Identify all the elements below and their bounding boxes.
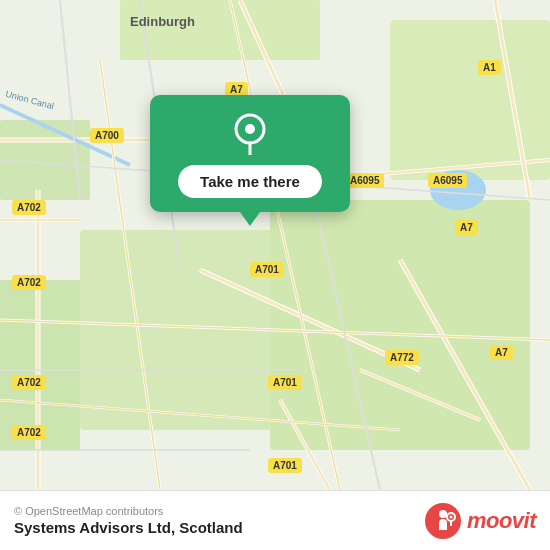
footer-bar: © OpenStreetMap contributors Systems Adv… [0,490,550,550]
road-label-a701-1: A701 [250,262,284,277]
svg-point-44 [245,124,255,134]
take-me-there-button[interactable]: Take me there [178,165,322,198]
location-name: Systems Advisors Ltd, Scotland [14,519,243,536]
svg-rect-3 [390,20,550,180]
map-container: Edinburgh Union Canal A700 A7 A6095 A609… [0,0,550,490]
svg-point-46 [439,510,447,518]
map-svg [0,0,550,490]
road-label-a702-2: A702 [12,275,46,290]
road-label-a701-3: A701 [268,458,302,473]
moovit-brand-icon [425,503,461,539]
road-label-a702-3: A702 [12,375,46,390]
road-label-a702-1: A702 [12,200,46,215]
road-label-a6095-1: A6095 [345,173,384,188]
copyright-text: © OpenStreetMap contributors [14,505,243,517]
road-label-a702-4: A702 [12,425,46,440]
road-label-a6095-2: A6095 [428,173,467,188]
svg-rect-6 [120,0,320,60]
road-label-a700: A700 [90,128,124,143]
footer-left: © OpenStreetMap contributors Systems Adv… [14,505,243,536]
svg-point-48 [449,515,452,518]
road-label-a701-2: A701 [268,375,302,390]
road-label-a7-se: A7 [490,345,513,360]
moovit-logo: moovit [425,503,536,539]
moovit-label: moovit [467,508,536,534]
road-label-a772: A772 [385,350,419,365]
location-pin-icon [228,111,272,155]
popup-card: Take me there [150,95,350,212]
road-label-a1: A1 [478,60,501,75]
svg-rect-2 [270,200,530,450]
city-label: Edinburgh [130,14,195,29]
road-label-a7-east: A7 [455,220,478,235]
